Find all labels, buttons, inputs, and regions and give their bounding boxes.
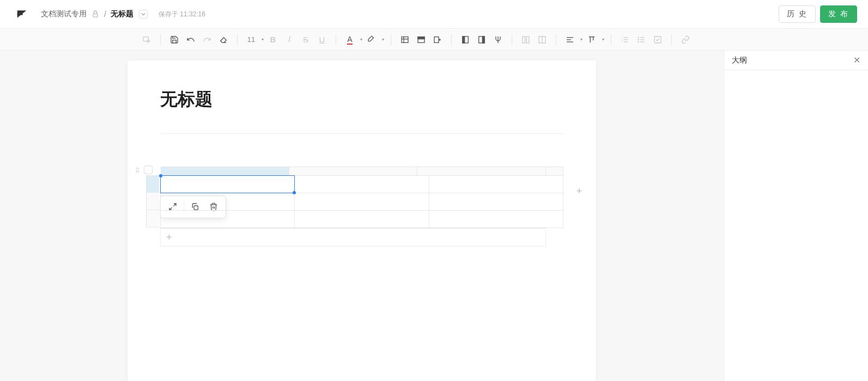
checklist-icon[interactable] xyxy=(650,32,666,48)
insert-col-left-icon[interactable] xyxy=(457,32,474,48)
table-cell[interactable] xyxy=(429,193,563,211)
row-header[interactable] xyxy=(146,175,159,193)
data-table[interactable] xyxy=(160,175,563,228)
publish-button[interactable]: 发 布 xyxy=(820,5,857,23)
undo-icon[interactable] xyxy=(183,32,199,48)
lock-icon xyxy=(91,10,100,19)
add-row-button[interactable]: + xyxy=(160,228,546,247)
svg-point-37 xyxy=(638,39,639,40)
svg-rect-8 xyxy=(418,36,424,39)
save-status: 保存于 11:32:16 xyxy=(159,10,205,19)
table-cell[interactable] xyxy=(161,176,295,193)
table-row xyxy=(161,193,563,211)
table-header-icon[interactable] xyxy=(413,32,429,48)
merge-cells-icon[interactable] xyxy=(518,32,534,48)
app-logo[interactable] xyxy=(16,9,27,20)
table-row xyxy=(161,176,563,193)
table-cell[interactable] xyxy=(295,211,429,228)
strikethrough-icon[interactable]: S xyxy=(298,32,314,48)
formatting-toolbar: 11▾ B I S U A▾ ▾ ▾ ▾ 123 xyxy=(0,29,868,51)
table-cell[interactable] xyxy=(161,193,295,211)
svg-point-36 xyxy=(638,37,639,38)
insert-row-icon[interactable] xyxy=(429,32,446,48)
table-container: ⠿ xyxy=(160,167,563,247)
insert-table-icon[interactable] xyxy=(397,32,413,48)
selection-handle-icon[interactable] xyxy=(159,174,162,177)
link-icon[interactable] xyxy=(677,32,694,48)
svg-rect-17 xyxy=(523,36,525,43)
breadcrumb-separator: / xyxy=(104,10,106,19)
font-size-selector[interactable]: 11▾ xyxy=(243,32,259,48)
text-color-icon[interactable]: A▾ xyxy=(342,32,358,48)
redo-icon[interactable] xyxy=(199,32,215,48)
canvas-area: 无标题 ⠿ xyxy=(0,51,724,381)
unordered-list-icon[interactable] xyxy=(633,32,650,48)
table-cell[interactable] xyxy=(429,211,563,228)
table-row xyxy=(161,211,563,228)
breadcrumb: 文档测试专用 / 无标题 xyxy=(41,9,148,19)
italic-icon[interactable]: I xyxy=(281,32,298,48)
editor-body: 无标题 ⠿ xyxy=(0,51,868,381)
history-button[interactable]: 历 史 xyxy=(779,5,816,23)
align-icon[interactable]: ▾ xyxy=(562,32,578,48)
column-header[interactable] xyxy=(161,167,289,175)
bold-icon[interactable]: B xyxy=(265,32,281,48)
outline-header: 大纲 ✕ xyxy=(724,51,868,70)
table-cell[interactable] xyxy=(295,193,429,211)
pitchfork-icon[interactable] xyxy=(490,32,506,48)
table-cell[interactable] xyxy=(429,176,563,193)
table-cell[interactable] xyxy=(295,176,429,193)
column-headers xyxy=(161,167,563,175)
column-header[interactable] xyxy=(289,167,418,175)
drag-handle-icon[interactable]: ⠿ xyxy=(135,168,140,174)
row-header[interactable] xyxy=(146,210,159,228)
table-select-all-box[interactable] xyxy=(144,165,153,174)
column-header[interactable] xyxy=(546,167,563,175)
add-column-button[interactable]: + xyxy=(571,183,587,199)
highlight-color-icon[interactable]: ▾ xyxy=(363,32,380,48)
breadcrumb-folder[interactable]: 文档测试专用 xyxy=(41,9,87,19)
comment-icon[interactable] xyxy=(138,32,155,48)
outline-panel: 大纲 ✕ xyxy=(724,51,868,381)
save-icon[interactable] xyxy=(166,32,183,48)
breadcrumb-title[interactable]: 无标题 xyxy=(111,9,133,19)
svg-rect-4 xyxy=(402,36,408,42)
svg-text:3: 3 xyxy=(622,40,623,43)
column-header[interactable] xyxy=(417,167,546,175)
insert-col-right-icon[interactable] xyxy=(474,32,490,48)
title-underline xyxy=(160,133,563,134)
svg-rect-1 xyxy=(93,14,98,17)
eraser-icon[interactable] xyxy=(215,32,232,48)
table-cell[interactable] xyxy=(161,211,295,228)
split-cells-icon[interactable] xyxy=(534,32,550,48)
vertical-align-icon[interactable]: ▾ xyxy=(584,32,600,48)
svg-rect-18 xyxy=(526,36,529,43)
svg-point-38 xyxy=(638,41,639,42)
svg-rect-39 xyxy=(654,36,661,43)
doc-title[interactable]: 无标题 xyxy=(160,88,563,112)
ordered-list-icon[interactable]: 123 xyxy=(617,32,633,48)
outline-title: 大纲 xyxy=(732,56,747,65)
title-dropdown-icon[interactable] xyxy=(139,10,148,19)
app-header: 文档测试专用 / 无标题 保存于 11:32:16 历 史 发 布 xyxy=(0,0,868,29)
row-headers xyxy=(146,175,159,228)
svg-rect-0 xyxy=(17,14,23,15)
underline-icon[interactable]: U xyxy=(314,32,330,48)
close-icon[interactable]: ✕ xyxy=(853,55,860,65)
svg-rect-9 xyxy=(434,36,439,42)
row-header[interactable] xyxy=(146,193,159,210)
document-page[interactable]: 无标题 ⠿ xyxy=(128,60,596,381)
